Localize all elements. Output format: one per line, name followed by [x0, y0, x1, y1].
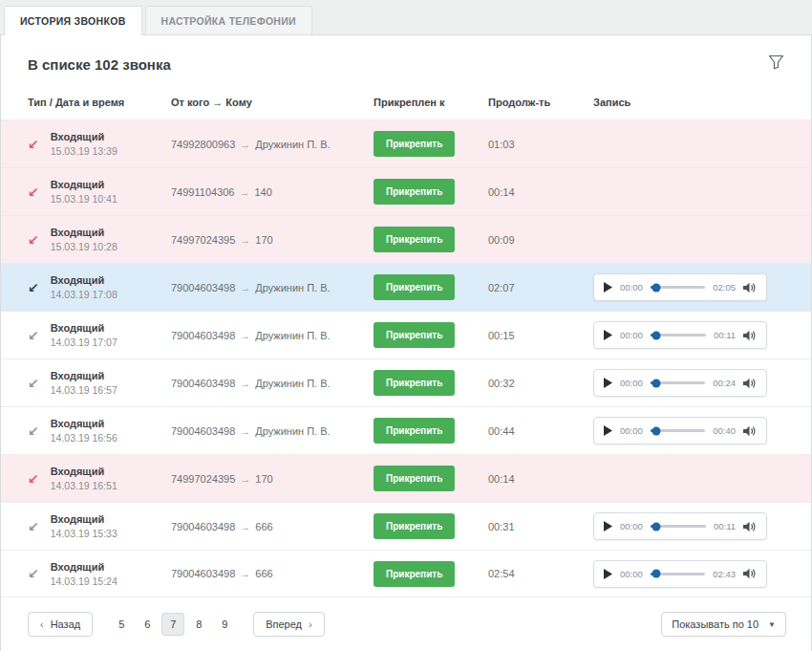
play-icon[interactable]	[604, 330, 612, 340]
attach-button[interactable]: Прикрепить	[374, 418, 455, 444]
player-slider-thumb[interactable]	[652, 283, 660, 292]
call-duration: 00:15	[488, 330, 593, 341]
play-icon[interactable]	[604, 569, 612, 579]
audio-player: 00:00 00:11	[593, 512, 767, 540]
attach-button[interactable]: Прикрепить	[374, 561, 455, 587]
play-icon[interactable]	[604, 521, 612, 532]
volume-icon[interactable]	[743, 568, 757, 579]
call-from-number: 74997024395	[171, 473, 235, 485]
call-from-number: 79004603498	[171, 425, 235, 437]
call-datetime: 15.03.19 13:39	[51, 145, 118, 157]
volume-icon[interactable]	[743, 282, 757, 293]
attach-button[interactable]: Прикрепить	[374, 131, 455, 157]
call-datetime: 14.03.19 16:56	[51, 432, 118, 444]
player-current-time: 00:00	[620, 521, 643, 532]
call-to: 666	[255, 568, 272, 579]
call-datetime: 14.03.19 15:24	[51, 575, 118, 587]
page-button[interactable]: 8	[187, 613, 210, 636]
player-slider-thumb[interactable]	[652, 570, 660, 578]
table-row: ↙ Входящий 14.03.19 16:57 79004603498→Др…	[1, 358, 811, 406]
call-to: Дружинин П. В.	[255, 139, 330, 150]
attach-cell: Прикрепить	[374, 227, 488, 252]
call-type-cell: ↙ Входящий 14.03.19 16:57	[28, 370, 171, 396]
incoming-call-icon: ↙	[28, 377, 39, 390]
page-button-current[interactable]: 7	[161, 613, 184, 636]
call-duration: 00:32	[488, 378, 593, 389]
call-type-cell: ↙ Входящий 14.03.19 15:33	[28, 513, 171, 539]
volume-icon[interactable]	[743, 330, 757, 341]
player-seek-slider[interactable]	[651, 525, 706, 528]
player-slider-thumb[interactable]	[652, 379, 660, 387]
call-to: 170	[255, 473, 272, 485]
volume-icon[interactable]	[743, 521, 757, 532]
call-from-number: 74997024395	[171, 234, 235, 246]
player-slider-thumb[interactable]	[652, 331, 660, 339]
table-row: ↙ Входящий 14.03.19 15:24 79004603498→66…	[1, 550, 811, 597]
table-header: Тип / Дата и время От кого → Кому Прикре…	[1, 85, 811, 119]
column-header-from-to: От кого → Кому	[171, 97, 374, 108]
arrow-right-icon: →	[240, 234, 250, 246]
volume-icon[interactable]	[743, 425, 757, 437]
call-type: Входящий	[51, 561, 118, 573]
player-current-time: 00:00	[620, 569, 643, 579]
incoming-call-icon: ↙	[28, 185, 39, 199]
player-seek-slider[interactable]	[651, 334, 706, 336]
table-row: ↙ Входящий 14.03.19 17:08 79004603498→Др…	[1, 263, 811, 311]
player-total-time: 00:40	[713, 425, 736, 436]
audio-player: 00:00 00:24	[593, 369, 767, 397]
attach-cell: Прикрепить	[374, 179, 488, 205]
player-seek-slider[interactable]	[651, 381, 705, 384]
page-title: В списке 102 звонка	[28, 56, 171, 73]
arrow-right-icon: →	[240, 568, 250, 579]
tab-telephony-settings[interactable]: НАСТРОЙКА ТЕЛЕФОНИИ	[145, 6, 312, 34]
page-button[interactable]: 6	[136, 613, 159, 636]
column-header-record: Запись	[593, 97, 784, 108]
incoming-call-icon: ↙	[28, 472, 39, 486]
call-type: Входящий	[51, 274, 118, 286]
call-type-cell: ↙ Входящий 14.03.19 16:56	[28, 418, 171, 444]
call-type: Входящий	[51, 131, 118, 142]
filter-icon[interactable]	[766, 53, 786, 76]
call-datetime: 14.03.19 16:51	[51, 480, 118, 491]
attach-button[interactable]: Прикрепить	[374, 370, 455, 396]
prev-page-button[interactable]: ‹ Назад	[28, 612, 93, 637]
volume-icon[interactable]	[743, 378, 757, 389]
call-datetime: 14.03.19 15:33	[51, 528, 118, 539]
page-list: 5 6 7 8 9	[110, 613, 236, 636]
attach-button[interactable]: Прикрепить	[374, 179, 455, 205]
call-from-number: 79004603498	[171, 282, 235, 293]
next-page-button[interactable]: Вперед ›	[253, 612, 325, 637]
play-icon[interactable]	[604, 282, 612, 293]
attach-button[interactable]: Прикрепить	[374, 513, 455, 539]
player-seek-slider[interactable]	[651, 573, 705, 575]
attach-cell: Прикрепить	[374, 513, 488, 539]
player-seek-slider[interactable]	[651, 429, 705, 432]
player-current-time: 00:00	[620, 282, 643, 293]
call-duration: 00:14	[488, 186, 593, 198]
player-slider-thumb[interactable]	[652, 426, 660, 435]
attach-button[interactable]: Прикрепить	[374, 322, 455, 348]
play-icon[interactable]	[604, 425, 612, 436]
call-type: Входящий	[51, 466, 118, 477]
record-cell: 00:00 02:05	[593, 273, 784, 301]
incoming-call-icon: ↙	[28, 329, 39, 342]
tab-call-history[interactable]: ИСТОРИЯ ЗВОНКОВ	[4, 6, 142, 35]
call-type: Входящий	[51, 513, 118, 525]
player-slider-thumb[interactable]	[652, 522, 660, 531]
attach-cell: Прикрепить	[374, 274, 488, 300]
call-type: Входящий	[51, 418, 118, 429]
table-row: ↙ Входящий 14.03.19 17:07 79004603498→Др…	[1, 311, 811, 358]
next-page-label: Вперед	[266, 618, 302, 630]
page-size-select[interactable]: Показывать по 10 ▼	[661, 612, 786, 637]
attach-button[interactable]: Прикрепить	[374, 227, 455, 252]
table-row: ↙ Входящий 14.03.19 16:56 79004603498→Др…	[1, 406, 811, 454]
attach-button[interactable]: Прикрепить	[374, 466, 455, 491]
page-button[interactable]: 9	[213, 613, 236, 636]
play-icon[interactable]	[604, 378, 612, 388]
page-button[interactable]: 5	[110, 613, 133, 636]
player-seek-slider[interactable]	[651, 286, 705, 289]
call-parties-cell: 74997024395→170	[171, 234, 374, 246]
arrow-right-icon: →	[239, 186, 249, 198]
attach-button[interactable]: Прикрепить	[374, 274, 455, 300]
call-datetime: 14.03.19 17:08	[51, 289, 118, 300]
